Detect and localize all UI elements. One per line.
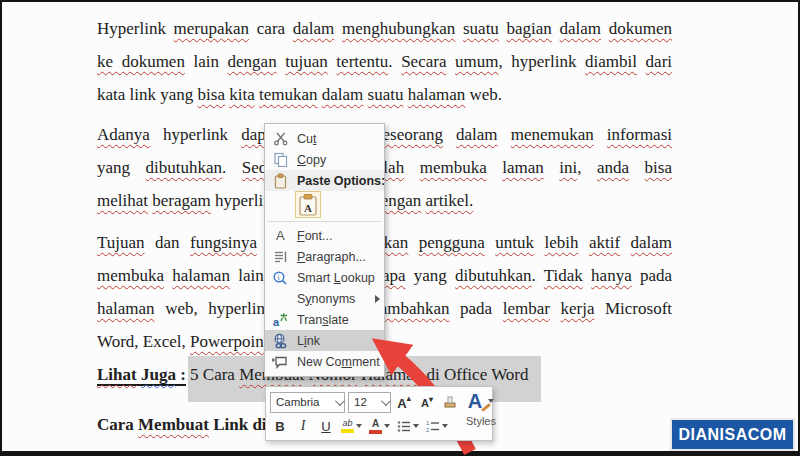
dianisacom-watermark: DIANISACOM xyxy=(672,420,793,449)
menu-item-new-comment[interactable]: New Comment xyxy=(265,351,384,372)
font-size-combobox[interactable]: 12 xyxy=(348,392,391,413)
chevron-down-icon xyxy=(381,396,391,406)
text-line: kata link yang bisa kita temukan dalam s… xyxy=(97,78,672,111)
menu-item-label: Translate xyxy=(297,313,349,327)
menu-item-label: Paste Options: xyxy=(297,174,385,188)
menu-item-label: New Comment xyxy=(297,355,380,369)
menu-item-smart-lookup[interactable]: iSmart Lookup xyxy=(265,267,384,288)
word-app-screenshot: Hyperlink merupakan cara dalam menghubun… xyxy=(0,0,800,456)
smart-lookup-icon: i xyxy=(271,270,289,286)
menu-item-label: Cut xyxy=(297,132,316,146)
menu-item-paste-option-keep-text-only[interactable]: A xyxy=(265,191,384,218)
watermark-text: DIANISACOM xyxy=(678,426,786,444)
font-a-icon: A xyxy=(271,228,289,244)
bullets-button[interactable] xyxy=(395,416,421,436)
shrink-font-button[interactable]: A▾ xyxy=(417,392,437,412)
bullets-icon xyxy=(397,420,411,432)
menu-separator xyxy=(267,221,382,222)
chevron-down-icon xyxy=(488,399,494,403)
menu-item-paragraph[interactable]: Paragraph... xyxy=(265,246,384,267)
submenu-arrow-icon xyxy=(375,295,380,303)
italic-icon: I xyxy=(301,418,306,434)
grow-font-button[interactable]: A▴ xyxy=(394,392,414,412)
menu-item-translate[interactable]: aTranslate xyxy=(265,309,384,330)
font-name-combobox[interactable]: Cambria xyxy=(270,392,345,413)
underline-icon: U xyxy=(321,419,330,434)
underline-button[interactable]: U xyxy=(316,416,336,436)
svg-text:A: A xyxy=(304,202,312,214)
paragraph: Hyperlink merupakan cara dalam menghubun… xyxy=(97,12,672,111)
shrink-font-icon: A▾ xyxy=(421,395,433,409)
chevron-down-icon xyxy=(413,424,419,428)
translate-icon: a xyxy=(271,312,289,328)
svg-text:a: a xyxy=(273,315,280,327)
link-globe-icon xyxy=(271,333,289,349)
font-color-button[interactable]: A xyxy=(367,416,392,436)
format-painter-button[interactable] xyxy=(440,392,460,412)
svg-text:A: A xyxy=(276,228,285,243)
paste-icon xyxy=(271,173,289,189)
mini-format-toolbar: Cambria 12 A▴ A▾ xyxy=(265,386,493,441)
chevron-down-icon xyxy=(356,424,362,428)
format-painter-icon xyxy=(443,395,457,409)
menu-item-link[interactable]: Link xyxy=(265,330,384,351)
chevron-down-icon xyxy=(335,396,345,406)
numbering-icon: 1 2 xyxy=(426,420,440,432)
font-name-value: Cambria xyxy=(276,396,331,408)
italic-button[interactable]: I xyxy=(293,416,313,436)
bold-icon: B xyxy=(275,419,284,434)
scissors-icon xyxy=(271,131,289,147)
font-size-value: 12 xyxy=(354,396,377,408)
text-line: ke dokumen lain dengan tujuan tertentu. … xyxy=(97,45,672,78)
styles-label: Styles xyxy=(466,415,496,427)
svg-text:2: 2 xyxy=(426,427,430,433)
styles-icon: A xyxy=(468,391,482,411)
menu-item-label: Paragraph... xyxy=(297,250,366,264)
bold-button[interactable]: B xyxy=(270,416,290,436)
menu-item-label: Link xyxy=(297,334,320,348)
chevron-down-icon xyxy=(384,424,390,428)
menu-item-paste-options[interactable]: Paste Options: xyxy=(265,170,384,191)
menu-item-label: Smart Lookup xyxy=(297,271,375,285)
menu-item-label: Copy xyxy=(297,153,326,167)
menu-item-font[interactable]: AFont... xyxy=(265,225,384,246)
menu-item-cut[interactable]: Cut xyxy=(265,128,384,149)
menu-item-label: Font... xyxy=(297,229,332,243)
highlight-color-button[interactable]: ab xyxy=(339,416,364,436)
grow-font-icon: A▴ xyxy=(397,394,410,411)
svg-text:i: i xyxy=(278,272,280,281)
numbering-button[interactable]: 1 2 xyxy=(424,416,450,436)
blank-icon xyxy=(271,291,289,307)
paragraph-icon xyxy=(271,249,289,265)
context-menu: CutCopyPaste Options:AAFont...Paragraph.… xyxy=(264,123,385,377)
menu-item-synonyms[interactable]: Synonyms xyxy=(265,288,384,309)
new-comment-icon xyxy=(271,354,289,370)
highlight-color-icon: ab xyxy=(341,419,354,433)
menu-item-copy[interactable]: Copy xyxy=(265,149,384,170)
copy-icon xyxy=(271,152,289,168)
chevron-down-icon xyxy=(442,424,448,428)
menu-item-label: Synonyms xyxy=(297,292,355,306)
styles-button[interactable]: A Styles xyxy=(466,387,496,440)
svg-text:1: 1 xyxy=(426,420,430,426)
text-line: Hyperlink merupakan cara dalam menghubun… xyxy=(97,12,672,45)
font-color-icon: A xyxy=(369,419,382,434)
keep-text-only-paste-icon: A xyxy=(295,191,321,218)
